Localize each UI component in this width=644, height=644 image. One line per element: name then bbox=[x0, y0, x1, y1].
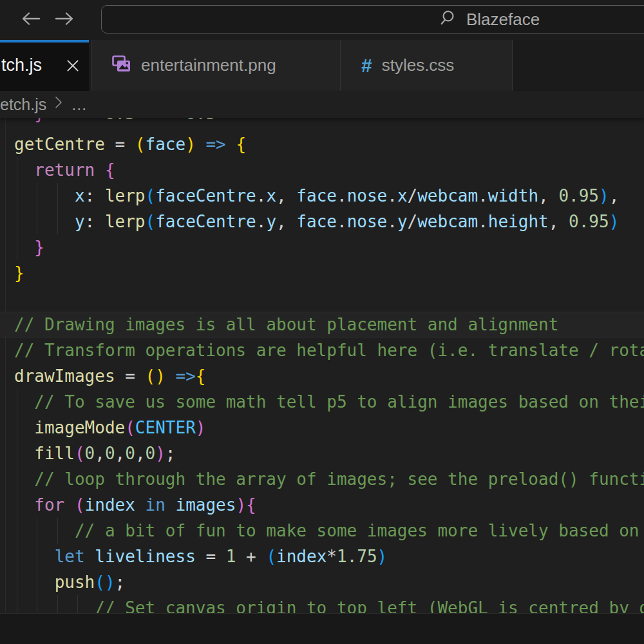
code-line[interactable]: } 0.5 0.5 bbox=[0, 118, 644, 126]
code-line[interactable]: fill(0,0,0,0); bbox=[0, 440, 644, 466]
breadcrumb-file[interactable]: etch.js bbox=[0, 95, 46, 114]
indent-guide bbox=[17, 466, 17, 492]
code-line[interactable] bbox=[0, 286, 644, 312]
tab-label: tch.js bbox=[1, 55, 42, 75]
indent-guide bbox=[57, 183, 58, 209]
code-line[interactable]: x: lerp(faceCentre.x, face.nose.x/webcam… bbox=[0, 183, 644, 209]
code-line[interactable]: getCentre = (face) => { bbox=[0, 131, 644, 157]
indent-guide bbox=[37, 518, 37, 544]
close-icon[interactable] bbox=[64, 57, 81, 74]
indent-guide bbox=[17, 389, 17, 415]
indent-guide bbox=[57, 595, 58, 613]
indent-guide bbox=[17, 544, 17, 569]
indent-guide bbox=[57, 518, 58, 544]
code-line[interactable]: } bbox=[0, 260, 644, 286]
nav-back-button[interactable] bbox=[19, 12, 43, 28]
code-line[interactable]: drawImages = () =>{ bbox=[0, 363, 644, 389]
search-value: Blazeface bbox=[466, 10, 540, 30]
tab-entertainment-png[interactable]: entertainment.png bbox=[91, 40, 341, 91]
indent-guide bbox=[37, 183, 37, 209]
indent-guide bbox=[17, 157, 17, 183]
indent-guide bbox=[17, 415, 17, 440]
code-line[interactable]: // Set canvas origin to top left (WebGL … bbox=[0, 595, 644, 613]
bottom-panel bbox=[0, 613, 644, 644]
search-icon bbox=[440, 9, 458, 30]
tab-bar: tch.js entertainment.png # styles.css bbox=[0, 40, 644, 91]
arrow-left-icon bbox=[19, 10, 43, 30]
partially-scrolled-line: } 0.5 0.5 bbox=[0, 118, 644, 131]
indent-guide bbox=[37, 569, 37, 595]
vscode-window: Blazeface tch.js entertainment.png # bbox=[0, 0, 644, 644]
command-center-search[interactable]: Blazeface bbox=[101, 5, 644, 33]
code-line[interactable]: // Drawing images is all about placement… bbox=[0, 312, 644, 337]
code-line[interactable]: // To save us some math tell p5 to align… bbox=[0, 389, 644, 415]
code-line[interactable]: y: lerp(faceCentre.y, face.nose.y/webcam… bbox=[0, 209, 644, 234]
nav-arrows bbox=[19, 0, 76, 40]
indent-guide bbox=[17, 569, 17, 595]
code-line[interactable]: } bbox=[0, 234, 644, 260]
breadcrumb-ellipsis[interactable]: … bbox=[71, 95, 87, 114]
code-line[interactable]: for (index in images){ bbox=[0, 492, 644, 518]
code-line[interactable]: return { bbox=[0, 157, 644, 183]
indent-guide bbox=[37, 209, 37, 234]
indent-guide bbox=[17, 595, 17, 613]
title-bar: Blazeface bbox=[0, 0, 644, 40]
search-content: Blazeface bbox=[440, 6, 540, 33]
arrow-right-icon bbox=[53, 10, 76, 30]
indent-guide bbox=[17, 440, 17, 466]
indent-guide bbox=[57, 209, 58, 234]
indent-guide bbox=[17, 492, 17, 518]
code-line[interactable]: let liveliness = 1 + (index*1.75) bbox=[0, 544, 644, 569]
code-line[interactable]: push(); bbox=[0, 569, 644, 595]
chevron-right-icon bbox=[54, 95, 63, 114]
nav-forward-button[interactable] bbox=[53, 12, 76, 28]
tab-label: entertainment.png bbox=[141, 55, 276, 75]
code-line[interactable]: // loop through the array of images; see… bbox=[0, 466, 644, 492]
code-line[interactable]: // a bit of fun to make some images more… bbox=[0, 518, 644, 544]
indent-guide bbox=[37, 544, 37, 569]
tab-styles-css[interactable]: # styles.css bbox=[341, 40, 513, 91]
indent-guide bbox=[17, 518, 17, 544]
tab-sketch-js[interactable]: tch.js bbox=[0, 40, 89, 91]
code-line[interactable]: imageMode(CENTER) bbox=[0, 415, 644, 440]
code-lines: } 0.5 0.5getCentre = (face) => { return … bbox=[0, 118, 644, 613]
indent-guide bbox=[17, 183, 17, 209]
image-icon bbox=[112, 55, 131, 75]
code-editor[interactable]: } 0.5 0.5getCentre = (face) => { return … bbox=[0, 118, 644, 613]
indent-guide bbox=[77, 595, 78, 613]
breadcrumb: etch.js … bbox=[0, 91, 644, 118]
code-line[interactable]: // Transform operations are helpful here… bbox=[0, 337, 644, 363]
css-hash-icon: # bbox=[361, 56, 372, 75]
indent-guide bbox=[17, 209, 17, 234]
indent-guide bbox=[17, 234, 17, 260]
tab-label: styles.css bbox=[382, 55, 455, 75]
indent-guide bbox=[37, 595, 37, 613]
